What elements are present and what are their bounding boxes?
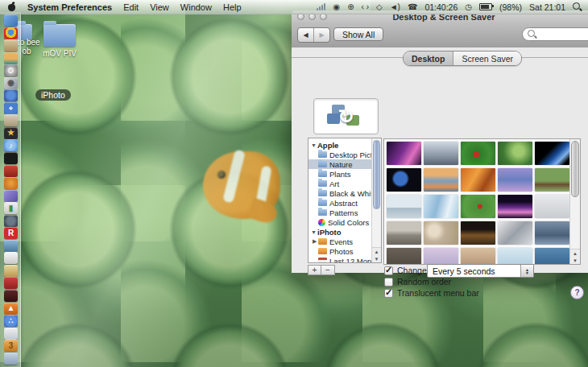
wallpaper-thumbnail[interactable] xyxy=(387,142,421,165)
grid-scroll-thumb[interactable] xyxy=(571,141,579,197)
translucent-menu-bar-checkbox[interactable] xyxy=(384,289,393,298)
dock-icon[interactable]: ▲ xyxy=(4,303,18,315)
desktop-iphoto-label[interactable]: iPhoto xyxy=(35,89,71,101)
menu-window[interactable]: Window xyxy=(180,2,212,12)
dock-icon[interactable] xyxy=(4,240,18,252)
remove-folder-button[interactable]: − xyxy=(321,265,335,275)
scroll-down-arrow[interactable]: ▼ xyxy=(372,255,381,262)
dock-icon[interactable] xyxy=(4,215,18,227)
source-list-row[interactable]: Plants xyxy=(308,169,381,179)
grid-scroll-up-arrow[interactable]: ▲ xyxy=(570,249,580,257)
wallpaper-thumbnail[interactable] xyxy=(535,142,569,165)
dock-icon[interactable] xyxy=(4,353,18,365)
source-list-row[interactable]: Desktop Pictures xyxy=(308,150,381,159)
source-list-row[interactable]: Last 12 Months xyxy=(308,256,381,263)
dock-icon[interactable]: ⚙ xyxy=(4,64,18,76)
wallpaper-thumbnail[interactable] xyxy=(461,248,495,265)
source-list-row[interactable]: Solid Colors xyxy=(308,217,381,227)
menu-edit[interactable]: Edit xyxy=(123,2,139,12)
wallpaper-thumbnail[interactable] xyxy=(535,221,569,245)
wallpaper-thumbnail[interactable] xyxy=(498,248,532,265)
dock-icon[interactable] xyxy=(4,252,18,264)
wallpaper-thumbnail[interactable] xyxy=(424,142,458,165)
dock-icon[interactable] xyxy=(4,277,18,289)
wallpaper-thumbnail[interactable] xyxy=(461,195,495,218)
wallpaper-thumbnail[interactable] xyxy=(498,168,532,192)
network-globe-icon[interactable]: ⊕ xyxy=(347,2,354,11)
volume-icon[interactable]: ◄) xyxy=(390,2,400,11)
dock-icon[interactable] xyxy=(4,27,18,39)
back-button[interactable]: ◀ xyxy=(298,28,313,42)
menu-bar-clock[interactable]: Sat 21:01 xyxy=(529,2,565,12)
dock-icon[interactable]: ◉ xyxy=(4,77,18,89)
dock-icon[interactable] xyxy=(4,290,18,302)
current-picture-well[interactable]: ↻ xyxy=(313,98,379,134)
change-picture-checkbox[interactable] xyxy=(384,266,393,275)
wallpaper-thumbnail[interactable] xyxy=(424,195,458,218)
dock-icon[interactable] xyxy=(4,114,18,126)
source-list-row[interactable]: Abstract xyxy=(308,198,381,208)
dock-icon[interactable] xyxy=(4,39,18,52)
change-interval-popup[interactable]: Every 5 seconds ▲▼ xyxy=(427,264,534,278)
dock-icon[interactable] xyxy=(4,265,18,277)
wallpaper-thumbnail[interactable] xyxy=(387,248,421,265)
help-button[interactable]: ? xyxy=(570,286,584,299)
recent-items-clock-icon[interactable]: ◷ xyxy=(465,2,472,11)
wallpaper-thumbnail[interactable] xyxy=(498,195,532,218)
dock-icon[interactable]: ∴ xyxy=(4,315,18,327)
wallpaper-thumbnail[interactable] xyxy=(461,142,495,165)
popup-stepper-icon[interactable]: ▲▼ xyxy=(520,265,533,277)
wallpaper-thumbnail[interactable] xyxy=(461,221,495,245)
tab[interactable]: Desktop xyxy=(404,52,453,65)
scroll-up-arrow[interactable]: ▲ xyxy=(372,248,381,255)
dock-icon[interactable]: ★ xyxy=(4,127,18,139)
source-list-row[interactable]: Black & White xyxy=(308,188,381,198)
menu-system-preferences[interactable]: System Preferences xyxy=(27,2,112,12)
battery-icon[interactable] xyxy=(479,3,492,10)
source-list-scrollbar[interactable]: ▲ ▼ xyxy=(371,138,381,262)
wallpaper-thumbnail[interactable] xyxy=(424,221,458,245)
source-list-scroll-thumb[interactable] xyxy=(373,140,380,209)
dock-icon[interactable]: 3 xyxy=(4,340,18,352)
sync-menu-icon[interactable]: ◉ xyxy=(333,2,340,11)
disclosure-triangle-icon[interactable]: ▼ xyxy=(311,229,317,235)
menu-view[interactable]: View xyxy=(150,2,169,12)
random-order-checkbox[interactable] xyxy=(384,278,393,287)
wallpaper-thumbnail[interactable] xyxy=(535,248,569,265)
source-list-row[interactable]: Photos xyxy=(308,246,381,256)
show-all-button[interactable]: Show All xyxy=(333,27,383,41)
window-search-field[interactable] xyxy=(522,27,588,41)
grid-scrollbar[interactable]: ▲ ▼ xyxy=(569,139,580,264)
source-list-row[interactable]: Art xyxy=(308,179,381,188)
disclosure-triangle-icon[interactable]: ▶ xyxy=(313,238,318,245)
call-phone-icon[interactable]: ☎ xyxy=(408,2,417,11)
wallpaper-thumbnail[interactable] xyxy=(498,221,532,245)
wallpaper-thumbnail[interactable] xyxy=(387,195,421,218)
wallpaper-thumbnail[interactable] xyxy=(424,168,458,192)
wallpaper-thumbnail[interactable] xyxy=(387,221,421,245)
code-arrows-icon[interactable]: ‹ › xyxy=(362,2,369,11)
disclosure-triangle-icon[interactable]: ▼ xyxy=(311,142,317,148)
dock-icon[interactable] xyxy=(4,52,18,64)
grid-scroll-down-arrow[interactable]: ▼ xyxy=(570,257,580,264)
forward-button[interactable]: ▶ xyxy=(313,28,329,42)
dock-icon[interactable] xyxy=(4,177,18,189)
dock-icon[interactable]: R xyxy=(4,227,18,239)
wallpaper-thumbnail[interactable] xyxy=(387,168,421,192)
signal-bars-icon[interactable] xyxy=(317,3,325,10)
dock-icon[interactable] xyxy=(4,328,18,340)
wallpaper-thumbnail[interactable] xyxy=(535,195,569,218)
source-list-row[interactable]: Nature xyxy=(308,159,381,169)
dock-icon[interactable] xyxy=(4,190,18,202)
dock-icon[interactable] xyxy=(4,152,18,164)
source-list-row[interactable]: ▼ Apple xyxy=(308,140,381,150)
dock-icon[interactable] xyxy=(4,102,18,114)
wallpaper-thumbnail[interactable] xyxy=(498,142,532,165)
diamond-shape-icon[interactable]: ◇ xyxy=(376,2,383,11)
dock-icon[interactable] xyxy=(4,14,18,27)
source-list-row[interactable]: ▼ iPhoto xyxy=(308,227,381,237)
spotlight-icon[interactable] xyxy=(573,2,582,11)
source-list-row[interactable]: Patterns xyxy=(308,208,381,217)
menu-help[interactable]: Help xyxy=(223,2,242,12)
tab[interactable]: Screen Saver xyxy=(453,52,521,65)
